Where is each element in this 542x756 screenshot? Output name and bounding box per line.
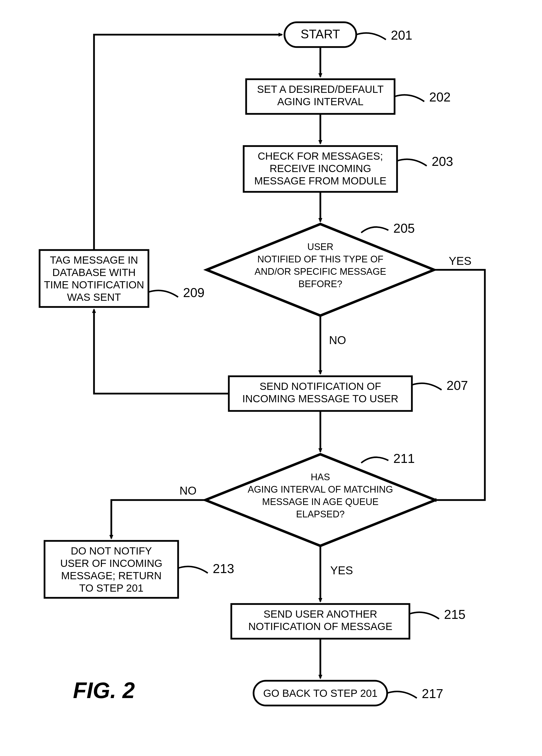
node-217: GO BACK TO STEP 201 217 [254,681,443,706]
node-209: TAG MESSAGE IN DATABASE WITH TIME NOTIFI… [40,250,205,307]
edge-209-201 [94,35,282,250]
node-213-line2: MESSAGE; RETURN [61,570,162,581]
node-start-text: START [300,27,340,41]
node-205-line0: USER [307,242,333,252]
node-203-line0: CHECK FOR MESSAGES; [258,150,383,162]
node-215: SEND USER ANOTHER NOTIFICATION OF MESSAG… [231,604,466,639]
node-211-line2: MESSAGE IN AGE QUEUE [262,497,379,507]
node-202-line0: SET A DESIRED/DEFAULT [257,83,384,95]
ref-207: 207 [446,378,468,393]
ref-211: 211 [393,451,415,466]
node-213-line3: TO STEP 201 [79,582,144,594]
label-205-yes: YES [449,254,471,267]
flowchart-figure: START 201 SET A DESIRED/DEFAULT AGING IN… [0,0,542,756]
edge-211-no-213 [111,500,205,538]
node-203-line1: RECEIVE INCOMING [270,163,371,174]
node-213: DO NOT NOTIFY USER OF INCOMING MESSAGE; … [45,541,234,598]
ref-201: 201 [391,28,412,42]
node-211-line3: ELAPSED? [296,509,344,519]
node-213-line0: DO NOT NOTIFY [71,545,152,557]
node-start: START 201 [284,22,412,47]
node-207: SEND NOTIFICATION OF INCOMING MESSAGE TO… [229,376,468,411]
node-211: HAS AGING INTERVAL OF MATCHING MESSAGE I… [205,451,435,546]
ref-202: 202 [429,90,451,104]
node-209-line2: TIME NOTIFICATION [44,279,144,291]
node-215-line0: SEND USER ANOTHER [264,608,377,620]
label-211-yes: YES [330,564,353,577]
ref-215: 215 [444,607,466,622]
node-202: SET A DESIRED/DEFAULT AGING INTERVAL 202 [246,79,451,114]
node-203-line2: MESSAGE FROM MODULE [254,175,386,187]
ref-217: 217 [422,686,443,701]
node-209-line3: WAS SENT [67,291,121,303]
node-202-line1: AGING INTERVAL [277,96,364,107]
ref-213: 213 [213,561,234,576]
node-211-line0: HAS [311,472,330,482]
ref-209: 209 [183,285,205,300]
label-205-no: NO [329,334,346,347]
node-205-line3: BEFORE? [298,279,342,289]
node-217-text: GO BACK TO STEP 201 [263,687,377,699]
figure-title: FIG. 2 [73,678,135,703]
node-209-line1: DATABASE WITH [52,267,136,278]
ref-205: 205 [393,221,415,235]
node-205-line2: AND/OR SPECIFIC MESSAGE [255,266,386,277]
node-209-line0: TAG MESSAGE IN [50,254,138,266]
node-203: CHECK FOR MESSAGES; RECEIVE INCOMING MES… [244,146,453,192]
edge-207-209 [94,309,229,394]
node-213-line1: USER OF INCOMING [60,557,162,569]
ref-203: 203 [432,154,453,169]
node-205: USER NOTIFIED OF THIS TYPE OF AND/OR SPE… [207,221,434,316]
node-207-line0: SEND NOTIFICATION OF [260,380,381,392]
node-211-line1: AGING INTERVAL OF MATCHING [248,484,393,495]
node-207-line1: INCOMING MESSAGE TO USER [243,393,398,404]
node-215-line1: NOTIFICATION OF MESSAGE [249,621,392,632]
label-211-no: NO [180,484,197,497]
node-205-line1: NOTIFIED OF THIS TYPE OF [257,254,383,264]
